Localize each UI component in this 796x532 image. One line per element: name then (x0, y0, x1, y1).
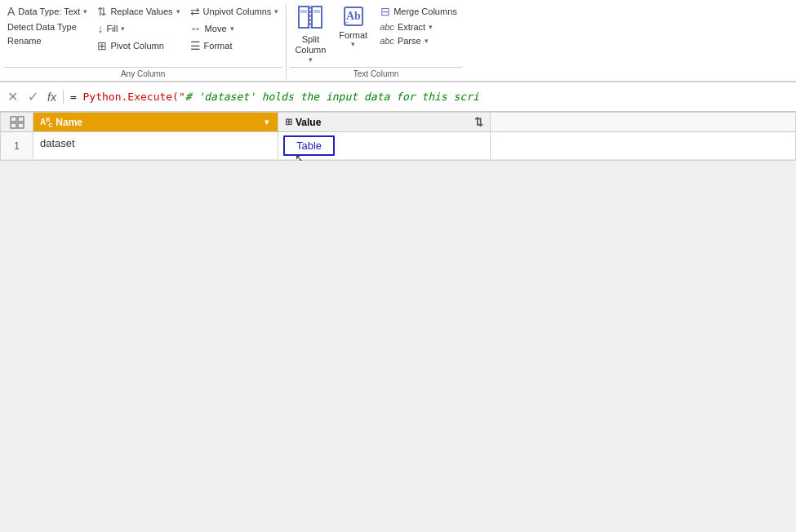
ribbon-col-2: ⇅ Replace Values ▾ ↓ Fill ▾ ⊞ Pivot Colu… (93, 3, 184, 54)
data-type-button[interactable]: A Data Type: Text ▾ (3, 3, 91, 20)
formula-function: Python.Execute( (83, 91, 179, 103)
move-icon: ↔ (190, 22, 202, 35)
col-header-name[interactable]: ABC Name ▾ (33, 113, 278, 131)
parse-label: Parse (398, 36, 421, 46)
svg-rect-4 (314, 10, 320, 13)
merge-icon: ⊟ (380, 5, 390, 18)
data-grid-area: ABC Name ▾ ⊞ Value ⇅ 1 dataset Table ↖ (0, 112, 796, 161)
parse-button[interactable]: abc Parse ▾ (376, 34, 462, 47)
pivot-column-label: Pivot Column (110, 41, 163, 51)
cell-name[interactable]: dataset (33, 132, 278, 159)
table-row: 1 dataset Table ↖ (1, 132, 795, 160)
ribbon-col-1: A Data Type: Text ▾ Detect Data Type Ren… (3, 3, 91, 47)
extract-label: Extract (398, 22, 425, 32)
formula-equals: = (70, 91, 83, 103)
extract-dropdown[interactable]: ▾ (429, 23, 433, 31)
formula-cancel-button[interactable]: ✕ (5, 88, 20, 105)
any-column-group: A Data Type: Text ▾ Detect Data Type Ren… (0, 2, 286, 81)
extract-icon: abc (380, 22, 394, 32)
ribbon: A Data Type: Text ▾ Detect Data Type Ren… (0, 0, 796, 82)
grid-container: ABC Name ▾ ⊞ Value ⇅ 1 dataset Table ↖ (0, 112, 796, 161)
parse-dropdown[interactable]: ▾ (425, 37, 429, 45)
header-corner (1, 113, 33, 131)
replace-values-button[interactable]: ⇅ Replace Values ▾ (93, 3, 184, 20)
merge-columns-label: Merge Columns (394, 7, 457, 16)
formula-confirm-button[interactable]: ✓ (25, 88, 41, 105)
detect-data-type-label: Detect Data Type (7, 22, 77, 32)
rename-label: Rename (7, 36, 42, 46)
format-icon: Ab c (342, 5, 365, 30)
value-col-type-icon: ⊞ (285, 117, 292, 127)
format-button[interactable]: Ab c Format ▾ (332, 3, 374, 50)
text-column-label: Text Column (290, 67, 461, 81)
fill-icon: ↓ (97, 22, 103, 35)
data-type-dropdown[interactable]: ▾ (83, 7, 87, 16)
data-type-icon: A (7, 5, 15, 18)
ribbon-col-3: ⇄ Unpivot Columns ▾ ↔ Move ▾ ☰ Format (186, 3, 283, 54)
svg-rect-0 (299, 7, 309, 28)
unpivot-icon: ⇄ (190, 5, 200, 18)
name-col-label: Name (56, 117, 259, 128)
replace-values-dropdown[interactable]: ▾ (176, 7, 180, 16)
name-col-type-icon: ABC (40, 117, 52, 128)
convert-to-list-button[interactable]: ☰ Format (186, 38, 283, 54)
value-col-sort[interactable]: ⇅ (474, 116, 483, 128)
svg-text:Ab: Ab (346, 10, 361, 22)
fill-dropdown[interactable]: ▾ (121, 24, 125, 33)
formula-string: " (179, 91, 185, 103)
unpivot-columns-button[interactable]: ⇄ Unpivot Columns ▾ (186, 3, 283, 20)
svg-text:c: c (345, 20, 349, 26)
table-cell-value[interactable]: Table (283, 135, 335, 156)
fx-label: fx (47, 91, 64, 104)
fill-button[interactable]: ↓ Fill ▾ (93, 20, 184, 37)
value-col-label: Value (296, 117, 471, 128)
col-header-value[interactable]: ⊞ Value ⇅ (278, 113, 491, 131)
svg-rect-1 (312, 7, 322, 28)
unpivot-columns-label: Unpivot Columns (203, 7, 272, 16)
svg-rect-3 (300, 10, 307, 13)
move-button[interactable]: ↔ Move ▾ (186, 20, 283, 37)
format-label: Format (339, 30, 367, 40)
row-number: 1 (1, 132, 33, 159)
formula-bar: ✕ ✓ fx = Python.Execute("# 'dataset' hol… (0, 82, 796, 112)
formula-bar-icons: ✕ ✓ (5, 88, 41, 105)
split-column-icon (297, 5, 323, 34)
split-column-label: SplitColumn (295, 34, 326, 55)
formula-comment: # 'dataset' holds the input data for thi… (185, 91, 479, 103)
move-label: Move (205, 24, 227, 33)
pivot-column-button[interactable]: ⊞ Pivot Column (93, 38, 184, 54)
replace-values-icon: ⇅ (97, 5, 107, 18)
convert-to-list-label: Format (204, 41, 233, 51)
svg-rect-10 (11, 123, 16, 128)
cell-value[interactable]: Table ↖ (278, 132, 491, 159)
any-column-label: Any Column (3, 67, 282, 81)
move-dropdown[interactable]: ▾ (230, 24, 234, 33)
merge-extract-col: ⊟ Merge Columns abc Extract ▾ abc Parse … (376, 3, 462, 47)
split-column-button[interactable]: SplitColumn ▾ (290, 3, 331, 65)
svg-rect-9 (18, 117, 24, 122)
replace-values-label: Replace Values (110, 7, 172, 16)
fill-label: Fill (106, 24, 118, 33)
svg-rect-11 (18, 123, 24, 128)
unpivot-dropdown[interactable]: ▾ (274, 7, 278, 16)
data-type-label: Data Type: Text (18, 7, 80, 16)
name-col-dropdown[interactable]: ▾ (262, 117, 271, 127)
parse-icon: abc (380, 36, 394, 46)
grid-header: ABC Name ▾ ⊞ Value ⇅ (1, 113, 795, 132)
pivot-icon: ⊞ (97, 39, 107, 52)
rename-button[interactable]: Rename (3, 34, 91, 47)
svg-rect-8 (11, 117, 16, 122)
convert-icon: ☰ (190, 39, 201, 52)
split-column-dropdown[interactable]: ▾ (309, 55, 313, 64)
formula-text[interactable]: = Python.Execute("# 'dataset' holds the … (70, 91, 791, 103)
detect-data-type-button[interactable]: Detect Data Type (3, 20, 91, 33)
merge-columns-button[interactable]: ⊟ Merge Columns (376, 3, 462, 20)
extract-button[interactable]: abc Extract ▾ (376, 20, 462, 33)
format-dropdown[interactable]: ▾ (351, 40, 355, 48)
text-column-group: SplitColumn ▾ Ab c Format ▾ ⊟ (287, 2, 465, 81)
